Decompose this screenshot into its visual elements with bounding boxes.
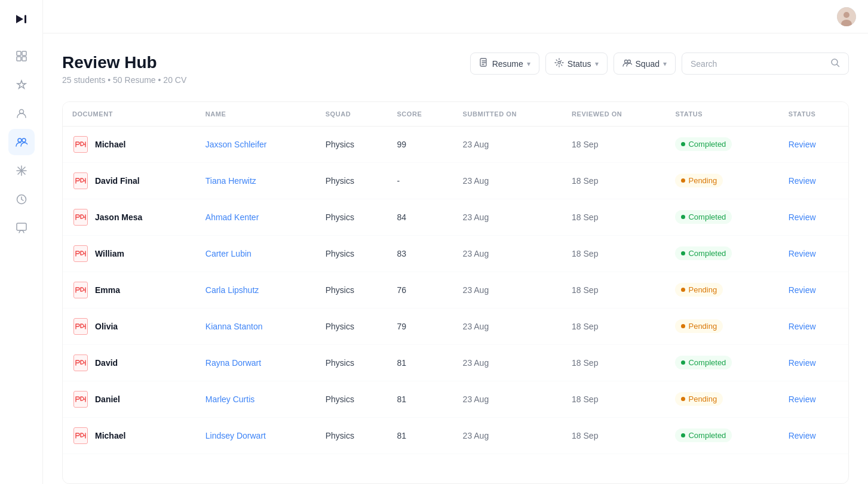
sidebar-item-user[interactable]: [8, 100, 35, 127]
student-name-link[interactable]: Jaxson Schleifer: [206, 140, 267, 149]
col-reviewed: REVIEWED ON: [562, 102, 665, 127]
review-link[interactable]: Review: [789, 431, 816, 440]
review-link[interactable]: Review: [789, 212, 816, 222]
status-dot: [681, 397, 685, 401]
student-name-link[interactable]: Marley Curtis: [206, 394, 254, 404]
page-title-group: Review Hub 25 students • 50 Resume • 20 …: [62, 53, 186, 85]
col-squad: SQUAD: [316, 102, 388, 127]
student-name-link[interactable]: Carla Lipshutz: [206, 285, 259, 295]
sidebar-item-comment[interactable]: [8, 215, 35, 241]
col-status: STATUS: [665, 102, 778, 127]
review-link[interactable]: Review: [789, 322, 816, 331]
svg-point-6: [18, 138, 22, 142]
doc-name: Jason Mesa: [95, 212, 142, 222]
svg-rect-3: [17, 57, 21, 61]
table-row: Michael Jaxson Schleifer Physics 99 23 A…: [63, 126, 848, 162]
cell-squad: Physics: [316, 417, 388, 454]
cell-name: Rayna Dorwart: [196, 344, 316, 381]
cell-status: Completed: [665, 235, 778, 272]
cell-status: Completed: [665, 199, 778, 235]
status-filter-button[interactable]: Status ▾: [545, 53, 608, 75]
pdf-icon: [72, 391, 89, 408]
squad-filter-button[interactable]: Squad ▾: [614, 53, 676, 75]
cell-document: Michael: [63, 417, 196, 454]
status-badge: Pending: [675, 319, 723, 333]
review-link[interactable]: Review: [789, 394, 816, 404]
cell-squad: Physics: [316, 199, 388, 235]
cell-name: Marley Curtis: [196, 381, 316, 417]
status-dot: [681, 142, 685, 146]
cell-status: Pending: [665, 308, 778, 344]
cell-action: Review: [779, 381, 848, 417]
cell-squad: Physics: [316, 381, 388, 417]
status-badge: Completed: [675, 428, 732, 442]
sidebar-item-grid[interactable]: [8, 43, 35, 69]
review-link[interactable]: Review: [789, 176, 816, 186]
col-action: STATUS: [779, 102, 848, 127]
review-link[interactable]: Review: [789, 358, 816, 368]
cell-document: Daniel: [63, 381, 196, 417]
cell-document: David Final: [63, 162, 196, 199]
cell-submitted: 23 Aug: [453, 417, 562, 454]
status-dot: [681, 178, 685, 183]
pdf-icon: [72, 354, 89, 371]
student-name-link[interactable]: Carter Lubin: [206, 249, 251, 258]
cell-submitted: 23 Aug: [453, 126, 562, 162]
doc-name: Daniel: [95, 394, 120, 404]
sidebar-item-clock[interactable]: [8, 186, 35, 212]
resume-filter-button[interactable]: Resume ▾: [470, 53, 539, 75]
table-row: Jason Mesa Ahmad Kenter Physics 84 23 Au…: [63, 199, 848, 235]
cell-squad: Physics: [316, 126, 388, 162]
cell-reviewed: 18 Sep: [562, 162, 665, 199]
avatar[interactable]: [837, 7, 856, 26]
svg-point-18: [558, 61, 560, 64]
cell-score: -: [387, 162, 453, 199]
doc-name: Michael: [95, 140, 125, 149]
status-badge: Completed: [675, 356, 732, 369]
table-row: David Final Tiana Herwitz Physics - 23 A…: [63, 162, 848, 199]
pdf-icon: [72, 427, 89, 444]
cell-status: Pending: [665, 381, 778, 417]
student-name-link[interactable]: Lindsey Dorwart: [206, 431, 266, 440]
doc-name: David Final: [95, 176, 140, 186]
svg-point-15: [844, 12, 849, 18]
search-input[interactable]: [691, 59, 826, 69]
cell-squad: Physics: [316, 272, 388, 308]
cell-score: 81: [387, 417, 453, 454]
doc-name: William: [95, 249, 124, 258]
table-row: William Carter Lubin Physics 83 23 Aug 1…: [63, 235, 848, 272]
cell-submitted: 23 Aug: [453, 272, 562, 308]
student-name-link[interactable]: Tiana Herwitz: [206, 176, 256, 186]
col-submitted: SUBMITTED ON: [453, 102, 562, 127]
cell-status: Completed: [665, 126, 778, 162]
review-link[interactable]: Review: [789, 249, 816, 258]
doc-name: David: [95, 358, 118, 368]
table-row: Michael Lindsey Dorwart Physics 81 23 Au…: [63, 417, 848, 454]
page-title: Review Hub: [62, 53, 186, 73]
sidebar-item-star[interactable]: [8, 72, 35, 98]
review-link[interactable]: Review: [789, 285, 816, 295]
pdf-icon: [72, 209, 89, 226]
student-name-link[interactable]: Kianna Stanton: [206, 322, 263, 331]
page-header: Review Hub 25 students • 50 Resume • 20 …: [62, 53, 849, 85]
cell-action: Review: [779, 272, 848, 308]
student-name-link[interactable]: Rayna Dorwart: [206, 358, 261, 368]
svg-rect-13: [17, 223, 26, 230]
review-link[interactable]: Review: [789, 140, 816, 149]
document-icon: [479, 58, 489, 69]
sidebar-item-snowflake[interactable]: [8, 158, 35, 184]
sidebar-item-users[interactable]: [8, 129, 35, 155]
pdf-icon: [72, 136, 89, 153]
cell-document: Emma: [63, 272, 196, 308]
status-dot: [681, 360, 685, 365]
resume-filter-label: Resume: [492, 59, 523, 69]
cell-name: Kianna Stanton: [196, 308, 316, 344]
cell-reviewed: 18 Sep: [562, 199, 665, 235]
cell-squad: Physics: [316, 235, 388, 272]
svg-rect-4: [22, 57, 26, 61]
cell-submitted: 23 Aug: [453, 162, 562, 199]
main-content: Review Hub 25 students • 50 Resume • 20 …: [43, 0, 868, 484]
header-controls: Resume ▾ Status ▾: [470, 53, 849, 75]
student-name-link[interactable]: Ahmad Kenter: [206, 212, 259, 222]
cell-score: 81: [387, 381, 453, 417]
